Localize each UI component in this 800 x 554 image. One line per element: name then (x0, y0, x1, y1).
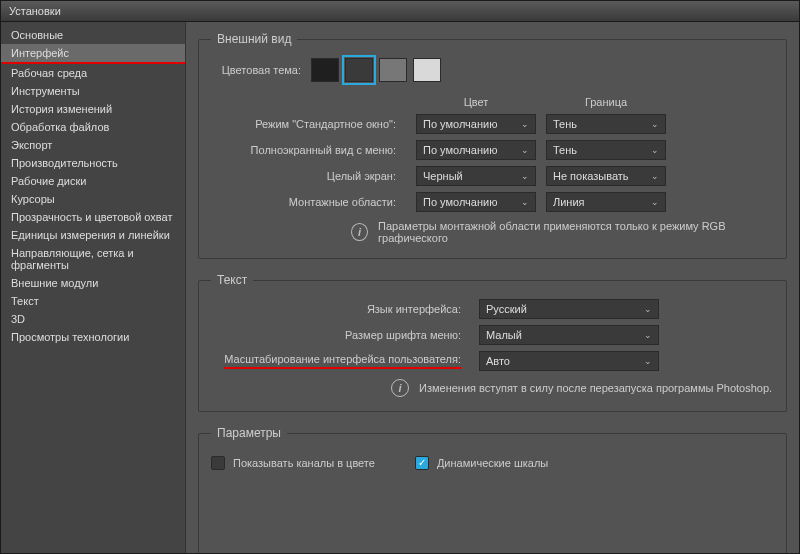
sidebar-item[interactable]: Просмотры технологии (1, 328, 185, 346)
checkbox[interactable] (211, 456, 225, 470)
text-row-label: Язык интерфейса: (211, 303, 471, 315)
sidebar-item[interactable]: Основные (1, 26, 185, 44)
color-theme-swatches (311, 58, 441, 82)
chevron-down-icon: ⌄ (651, 119, 659, 129)
options-legend: Параметры (211, 426, 287, 440)
sidebar-item[interactable]: Направляющие, сетка и фрагменты (1, 244, 185, 274)
chevron-down-icon: ⌄ (644, 304, 652, 314)
sidebar-item[interactable]: Инструменты (1, 82, 185, 100)
sidebar-item[interactable]: Рабочие диски (1, 172, 185, 190)
chevron-down-icon: ⌄ (651, 197, 659, 207)
row-label: Режим "Стандартное окно": (211, 118, 406, 130)
text-row-label: Масштабирование интерфейса пользователя: (211, 353, 471, 369)
chevron-down-icon: ⌄ (651, 171, 659, 181)
chevron-down-icon: ⌄ (651, 145, 659, 155)
text-legend: Текст (211, 273, 253, 287)
sidebar-item[interactable]: Интерфейс (1, 44, 185, 64)
chevron-down-icon: ⌄ (521, 145, 529, 155)
select[interactable]: По умолчанию⌄ (416, 114, 536, 134)
text-row-label: Размер шрифта меню: (211, 329, 471, 341)
options-group: Параметры Показывать каналы в цветеДинам… (198, 426, 787, 553)
sidebar-item[interactable]: Текст (1, 292, 185, 310)
select[interactable]: Малый⌄ (479, 325, 659, 345)
appearance-info-text: Параметры монтажной области применяются … (378, 220, 774, 244)
info-icon: i (391, 379, 409, 397)
select[interactable]: По умолчанию⌄ (416, 140, 536, 160)
color-swatch[interactable] (413, 58, 441, 82)
text-info-text: Изменения вступят в силу после перезапус… (419, 382, 772, 394)
appearance-group: Внешний вид Цветовая тема: Цвет Граница … (198, 32, 787, 259)
select[interactable]: По умолчанию⌄ (416, 192, 536, 212)
sidebar-item[interactable]: Прозрачность и цветовой охват (1, 208, 185, 226)
chevron-down-icon: ⌄ (521, 119, 529, 129)
color-swatch[interactable] (345, 58, 373, 82)
select[interactable]: Русский⌄ (479, 299, 659, 319)
color-swatch[interactable] (311, 58, 339, 82)
sidebar-item[interactable]: Внешние модули (1, 274, 185, 292)
select[interactable]: Не показывать⌄ (546, 166, 666, 186)
text-group: Текст Язык интерфейса:Русский⌄Размер шри… (198, 273, 787, 412)
checkbox-label: Показывать каналы в цвете (233, 457, 375, 469)
appearance-legend: Внешний вид (211, 32, 297, 46)
color-theme-label: Цветовая тема: (211, 64, 311, 76)
content-area: Внешний вид Цветовая тема: Цвет Граница … (186, 22, 799, 553)
col-border-header: Граница (546, 96, 666, 108)
chevron-down-icon: ⌄ (644, 356, 652, 366)
sidebar-item[interactable]: Производительность (1, 154, 185, 172)
chevron-down-icon: ⌄ (521, 197, 529, 207)
checkbox[interactable] (415, 456, 429, 470)
sidebar-item[interactable]: Курсоры (1, 190, 185, 208)
checkbox-label: Динамические шкалы (437, 457, 548, 469)
window-title: Установки (9, 5, 61, 17)
select[interactable]: Тень⌄ (546, 140, 666, 160)
titlebar: Установки (0, 0, 800, 22)
select[interactable]: Авто⌄ (479, 351, 659, 371)
sidebar-item[interactable]: История изменений (1, 100, 185, 118)
sidebar-item[interactable]: Рабочая среда (1, 64, 185, 82)
sidebar-item[interactable]: Экспорт (1, 136, 185, 154)
info-icon: i (351, 223, 368, 241)
sidebar-item[interactable]: Единицы измерения и линейки (1, 226, 185, 244)
sidebar-item[interactable]: Обработка файлов (1, 118, 185, 136)
row-label: Полноэкранный вид с меню: (211, 144, 406, 156)
select[interactable]: Тень⌄ (546, 114, 666, 134)
col-color-header: Цвет (416, 96, 536, 108)
select[interactable]: Линия⌄ (546, 192, 666, 212)
sidebar: ОсновныеИнтерфейсРабочая средаИнструмент… (1, 22, 186, 553)
select[interactable]: Черный⌄ (416, 166, 536, 186)
appearance-table: Цвет Граница Режим "Стандартное окно":По… (211, 96, 774, 212)
chevron-down-icon: ⌄ (521, 171, 529, 181)
row-label: Целый экран: (211, 170, 406, 182)
row-label: Монтажные области: (211, 196, 406, 208)
dialog-body: ОсновныеИнтерфейсРабочая средаИнструмент… (0, 22, 800, 554)
color-swatch[interactable] (379, 58, 407, 82)
chevron-down-icon: ⌄ (644, 330, 652, 340)
sidebar-item[interactable]: 3D (1, 310, 185, 328)
